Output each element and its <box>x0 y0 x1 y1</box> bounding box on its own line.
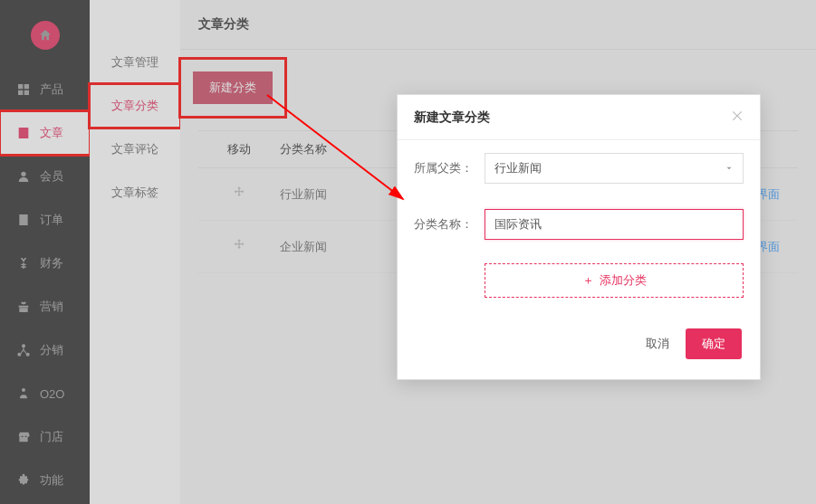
cancel-button[interactable]: 取消 <box>646 328 669 359</box>
sidebar-label: 产品 <box>40 81 63 98</box>
sidebar-label: 文章 <box>40 125 63 141</box>
col-name: 分类名称 <box>280 141 407 157</box>
modal-title: 新建文章分类 <box>414 109 490 126</box>
drag-handle[interactable] <box>198 185 280 203</box>
subnav-item-comment[interactable]: 文章评论 <box>90 128 180 171</box>
sidebar-label: O2O <box>40 387 64 401</box>
name-label: 分类名称： <box>414 216 485 233</box>
sidebar-item-member[interactable]: 会员 <box>0 155 90 198</box>
network-icon <box>16 343 31 357</box>
sidebar-label: 门店 <box>40 429 63 445</box>
modal-footer: 取消 确定 <box>398 309 760 379</box>
sidebar-label: 营销 <box>40 299 63 315</box>
store-icon <box>16 430 31 444</box>
document-icon <box>16 126 31 140</box>
order-icon <box>16 213 31 227</box>
add-category-label: 添加分类 <box>600 272 647 289</box>
modal-close-button[interactable] <box>731 108 744 127</box>
sidebar-item-store[interactable]: 门店 <box>0 415 90 459</box>
sidebar-item-product[interactable]: 产品 <box>0 68 90 111</box>
sidebar-label: 分销 <box>40 342 63 358</box>
confirm-button[interactable]: 确定 <box>686 328 742 359</box>
sidebar-label: 订单 <box>40 212 63 228</box>
svg-point-0 <box>22 344 25 347</box>
category-name: 行业新闻 <box>280 186 407 203</box>
secondary-nav: 文章管理 文章分类 文章评论 文章标签 <box>90 0 180 504</box>
subnav-item-tag[interactable]: 文章标签 <box>90 171 180 214</box>
chevron-down-icon <box>725 162 734 176</box>
sidebar-item-function[interactable]: 功能 <box>0 459 90 502</box>
sidebar-item-finance[interactable]: 财务 <box>0 242 90 285</box>
sidebar-item-distribution[interactable]: 分销 <box>0 328 90 372</box>
new-button-highlight: 新建分类 <box>180 59 285 117</box>
drag-handle[interactable] <box>198 238 280 255</box>
name-row: 分类名称： <box>398 196 760 252</box>
plus-icon: ＋ <box>582 272 594 289</box>
parent-label: 所属父类： <box>414 160 485 176</box>
sidebar-item-o2o[interactable]: O2O <box>0 372 90 415</box>
subnav-item-manage[interactable]: 文章管理 <box>90 41 180 84</box>
yen-icon <box>16 256 31 271</box>
sidebar-label: 功能 <box>40 472 63 489</box>
new-category-button[interactable]: 新建分类 <box>193 71 273 104</box>
home-icon <box>38 28 53 43</box>
parent-row: 所属父类： 行业新闻 <box>398 140 760 196</box>
sidebar-label: 财务 <box>40 255 63 271</box>
move-icon <box>232 189 246 203</box>
parent-value: 行业新闻 <box>494 160 542 176</box>
add-category-button[interactable]: ＋ 添加分类 <box>485 263 744 298</box>
o2o-icon <box>16 386 31 401</box>
close-icon <box>731 108 744 126</box>
gift-icon <box>16 300 31 314</box>
category-name: 企业新闻 <box>280 239 407 255</box>
home-button[interactable] <box>31 21 60 50</box>
svg-point-3 <box>22 388 25 392</box>
user-icon <box>16 169 31 184</box>
subnav-item-category[interactable]: 文章分类 <box>90 84 180 128</box>
col-move: 移动 <box>198 141 280 157</box>
puzzle-icon <box>16 473 31 488</box>
category-name-input[interactable] <box>485 209 744 240</box>
move-icon <box>232 242 246 255</box>
parent-select[interactable]: 行业新闻 <box>485 153 744 184</box>
sidebar-label: 会员 <box>40 168 63 185</box>
sidebar-item-marketing[interactable]: 营销 <box>0 285 90 328</box>
sidebar-item-order[interactable]: 订单 <box>0 198 90 242</box>
modal-header: 新建文章分类 <box>398 95 760 140</box>
new-category-modal: 新建文章分类 所属父类： 行业新闻 分类名称： ＋ 添加分类 取消 确定 <box>397 94 761 380</box>
grid-icon <box>16 82 31 97</box>
sidebar-item-article[interactable]: 文章 <box>0 111 90 155</box>
primary-sidebar: 产品 文章 会员 订单 财务 营销 分销 O2O 门店 功能 设置 <box>0 0 90 504</box>
page-title: 文章分类 <box>180 0 816 50</box>
